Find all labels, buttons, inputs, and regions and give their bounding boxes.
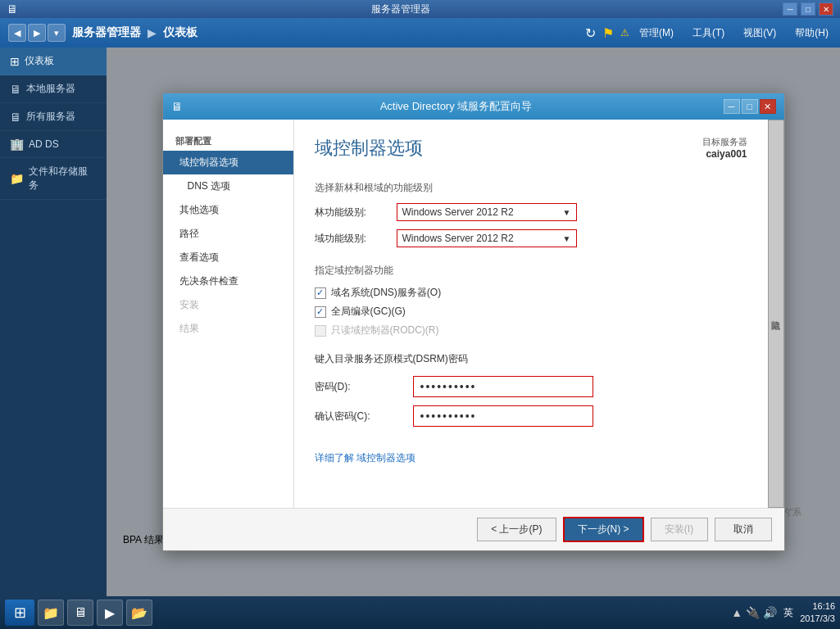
start-button[interactable]: ⊞ [5,600,34,626]
os-restore-btn[interactable]: □ [801,2,815,16]
sm-titlebar: ◀ ▶ ▾ 服务器管理器 ▶ 仪表板 ↻ ⚑ ⚠ 管理(M) 工具(T) 视图(… [0,18,840,48]
taskbar-file-explorer[interactable]: 📁 [38,600,64,626]
dialog-close-btn[interactable]: ✕ [760,99,776,114]
password-label: 密码(D): [315,380,413,394]
nav-item-review-options[interactable]: 查看选项 [163,246,293,269]
sidebar-item-local-label: 本地服务器 [26,82,75,96]
forest-level-select[interactable]: Windows Server 2012 R2 ▼ [397,203,577,221]
tray-network-icon: 🔌 [746,606,760,619]
modal-overlay: 🖥 Active Directory 域服务配置向导 ─ □ ✕ 部署配置 [107,48,840,596]
confirm-password-row: 确认密码(C): [315,405,747,427]
target-server-name: caiya001 [702,148,747,160]
all-servers-icon: 🖥 [10,111,21,124]
forest-level-label: 林功能级别: [315,206,397,219]
dialog-footer: < 上一步(P) 下一步(N) > 安装(I) 取消 [163,508,784,550]
dns-checkbox-row: ✓ 域名系统(DNS)服务器(O) [315,286,747,300]
sm-back-btn[interactable]: ◀ [8,24,26,42]
learn-more-link[interactable]: 详细了解 域控制器选项 [315,451,747,465]
sm-toolbar-right: ↻ ⚑ ⚠ 管理(M) 工具(T) 视图(V) 帮助(H) [585,25,832,42]
sm-breadcrumb-current: 仪表板 [163,25,198,40]
specify-dc-label: 指定域控制器功能 [315,264,747,278]
nav-item-dc-options[interactable]: 域控制器选项 [163,151,293,174]
dns-checkbox[interactable]: ✓ [315,287,326,299]
dialog-titlebar: 🖥 Active Directory 域服务配置向导 ─ □ ✕ [163,93,784,120]
domain-level-select[interactable]: Windows Server 2012 R2 ▼ [397,229,577,247]
target-server-label: 目标服务器 [702,136,747,148]
forest-level-value: Windows Server 2012 R2 [402,206,514,218]
gc-checkbox[interactable]: ✓ [315,306,326,318]
tray-arrow-icon[interactable]: ▲ [731,606,742,619]
deploy-config-section-label: 部署配置 [163,132,293,151]
rodc-checkbox-label: 只读域控制器(RODC)(R) [331,324,439,337]
nav-item-paths[interactable]: 路径 [163,222,293,246]
taskbar-terminal[interactable]: ▶ [97,600,123,626]
gc-checkbox-label: 全局编录(GC)(G) [331,305,406,319]
password-input[interactable] [413,376,593,397]
rodc-checkbox [315,325,326,337]
sm-menu-bar: 管理(M) 工具(T) 视图(V) 帮助(H) [636,25,832,42]
os-titlebar-icon: 🖥 [7,2,18,16]
nav-item-dns-options[interactable]: DNS 选项 [163,174,293,198]
rodc-checkbox-row: 只读域控制器(RODC)(R) [315,324,747,337]
next-button[interactable]: 下一步(N) > [563,517,644,542]
sidebar: ⊞ 仪表板 🖥 本地服务器 🖥 所有服务器 🏢 AD DS 📁 文件和存储服务 [0,48,107,596]
taskbar-clock[interactable]: 16:16 2017/3/3 [800,600,835,626]
main-area: ⊞ 仪表板 🖥 本地服务器 🖥 所有服务器 🏢 AD DS 📁 文件和存储服务 [0,48,840,596]
forest-level-row: 林功能级别: Windows Server 2012 R2 ▼ [315,203,747,221]
taskbar: ⊞ 📁 🖥 ▶ 📂 ▲ 🔌 🔊 英 16:16 2017/3/3 [0,596,840,629]
dialog-page-title: 域控制器选项 [315,136,423,161]
sidebar-item-dashboard[interactable]: ⊞ 仪表板 [0,48,107,75]
os-titlebar: 🖥 服务器管理器 ─ □ ✕ [0,0,840,18]
tray-icons: ▲ 🔌 🔊 [731,606,777,619]
sidebar-item-dashboard-label: 仪表板 [25,54,54,68]
password-row: 密码(D): [315,376,747,397]
sm-nav-dropdown-btn[interactable]: ▾ [48,24,66,42]
sm-breadcrumb-root: 服务器管理器 [72,25,141,40]
select-level-label: 选择新林和根域的功能级别 [315,181,747,195]
os-minimize-btn[interactable]: ─ [783,2,797,16]
menu-help[interactable]: 帮助(H) [792,25,832,42]
nav-item-result: 结果 [163,317,293,341]
file-storage-icon: 📁 [10,172,24,185]
confirm-password-input[interactable] [413,405,593,427]
dialog-icon: 🖥 [171,100,183,113]
dialog-restore-btn[interactable]: □ [742,99,758,114]
back-button[interactable]: < 上一步(P) [477,518,556,541]
dashboard-icon: ⊞ [10,55,20,68]
taskbar-folder[interactable]: 📂 [126,600,152,626]
sidebar-item-adds[interactable]: 🏢 AD DS [0,131,107,158]
dns-checkbox-label: 域名系统(DNS)服务器(O) [331,286,442,300]
menu-tools[interactable]: 工具(T) [689,25,728,42]
taskbar-system-tray: ▲ 🔌 🔊 英 16:16 2017/3/3 [731,600,835,626]
domain-level-value: Windows Server 2012 R2 [402,233,514,244]
dsrm-section-label: 键入目录服务还原模式(DSRM)密码 [315,352,747,366]
sidebar-item-adds-label: AD DS [29,138,59,150]
sidebar-item-file-storage[interactable]: 📁 文件和存储服务 [0,158,107,200]
domain-level-label: 域功能级别: [315,232,397,246]
sidebar-item-all-servers[interactable]: 🖥 所有服务器 [0,103,107,131]
dialog-content-inner: 域控制器选项 目标服务器 caiya001 选择新林和根域的功能级别 [315,136,747,465]
domain-level-row: 域功能级别: Windows Server 2012 R2 ▼ [315,229,747,247]
taskbar-language[interactable]: 英 [783,606,793,620]
nav-item-prereq[interactable]: 先决条件检查 [163,269,293,293]
sm-forward-btn[interactable]: ▶ [28,24,46,42]
flag-warning-icon: ⚠ [620,27,629,38]
clock-date: 2017/3/3 [800,613,835,625]
sidebar-item-local-server[interactable]: 🖥 本地服务器 [0,75,107,103]
menu-manage[interactable]: 管理(M) [636,25,677,42]
menu-view[interactable]: 视图(V) [740,25,779,42]
sidebar-item-filestorage-label: 文件和存储服务 [29,165,97,192]
dialog-minimize-btn[interactable]: ─ [724,99,740,114]
os-close-btn[interactable]: ✕ [819,2,833,16]
dialog-window-controls: ─ □ ✕ [724,99,776,114]
sm-nav-buttons: ◀ ▶ ▾ [8,24,66,42]
cancel-button[interactable]: 取消 [715,518,772,541]
hide-panel-btn[interactable]: 隐藏 [768,120,784,508]
gc-checkbox-row: ✓ 全局编录(GC)(G) [315,305,747,319]
install-button[interactable]: 安装(I) [651,518,708,541]
nav-item-other-options[interactable]: 其他选项 [163,198,293,222]
refresh-icon[interactable]: ↻ [585,25,596,41]
dialog-main-content: 域控制器选项 目标服务器 caiya001 选择新林和根域的功能级别 [294,120,768,508]
taskbar-server-manager[interactable]: 🖥 [67,600,93,626]
flag-notification-icon[interactable]: ⚑ [602,25,614,41]
